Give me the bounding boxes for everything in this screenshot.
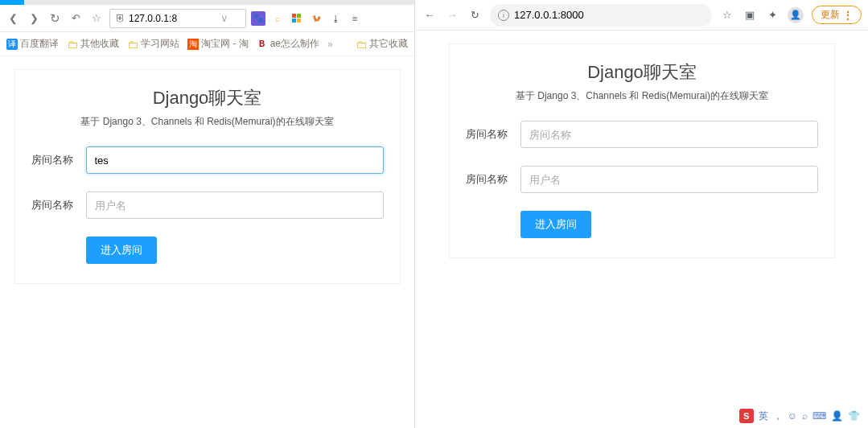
page-subtitle: 基于 Django 3、Channels 和 Redis(Memurai)的在线… <box>466 89 818 103</box>
more-icon: ⋮ <box>843 10 853 21</box>
room-name-input[interactable] <box>520 121 818 148</box>
star-button[interactable]: ☆ <box>88 12 105 24</box>
ime-bar: S 英 ， ☺ ⌕ ⌨ 👤 👕 <box>739 409 860 423</box>
bookmark-taobao[interactable]: 淘淘宝网 - 淘 <box>187 37 249 51</box>
page-viewport: Django聊天室 基于 Django 3、Channels 和 Redis(M… <box>416 31 868 428</box>
url-input[interactable] <box>514 9 704 21</box>
menu-icon[interactable]: ≡ <box>348 11 362 26</box>
enter-room-button[interactable]: 进入房间 <box>520 211 591 238</box>
browser-window-right: ← → ↻ i ☆ ▣ ✦ 👤 更新⋮ Django聊天室 基于 Django … <box>416 0 868 428</box>
paw-icon[interactable]: 🐾 <box>251 11 265 26</box>
forward-button[interactable]: ❯ <box>26 12 42 24</box>
toolbar: ← → ↻ i ☆ ▣ ✦ 👤 更新⋮ <box>416 0 868 31</box>
sogou-logo-icon[interactable]: S <box>739 409 754 423</box>
star-icon[interactable]: ☆ <box>720 9 734 21</box>
ime-comma-icon[interactable]: ， <box>773 409 783 423</box>
page-subtitle: 基于 Django 3、Channels 和 Redis(Memurai)的在线… <box>31 115 384 129</box>
extensions-icon[interactable]: ✦ <box>765 9 780 21</box>
address-bar[interactable]: ⛨ ∨ <box>109 9 246 28</box>
chat-card: Django聊天室 基于 Django 3、Channels 和 Redis(M… <box>449 43 835 258</box>
forward-button[interactable]: → <box>445 9 459 21</box>
bookmark-baidu-translate[interactable]: 译百度翻译 <box>6 37 59 51</box>
download-icon[interactable]: ⭳ <box>328 11 343 26</box>
back-button[interactable]: ← <box>422 9 437 21</box>
room-label: 房间名称 <box>31 153 86 167</box>
username-input[interactable] <box>86 191 384 219</box>
ime-emoji-icon[interactable]: ☺ <box>788 410 797 422</box>
toolbar-actions: ☆ ▣ ✦ 👤 更新⋮ <box>720 6 862 24</box>
squirrel-icon[interactable]: 🐿 <box>309 11 323 26</box>
toolbar: ❮ ❯ ↻ ↶ ☆ ⛨ ∨ 🐾 ⌕ 🐿 ⭳ ≡ <box>0 5 414 32</box>
ime-skin-icon[interactable]: 👤 <box>831 410 843 422</box>
profile-avatar[interactable]: 👤 <box>788 7 804 23</box>
bookmark-ae[interactable]: Bae怎么制作 <box>257 37 319 51</box>
undo-button[interactable]: ↶ <box>68 12 84 24</box>
user-row: 房间名称 <box>31 191 384 219</box>
url-input[interactable] <box>129 13 217 24</box>
reload-button[interactable]: ↻ <box>47 11 63 26</box>
page-title: Django聊天室 <box>466 60 818 84</box>
update-button[interactable]: 更新⋮ <box>812 6 862 24</box>
browser-window-left: ❮ ❯ ↻ ↶ ☆ ⛨ ∨ 🐾 ⌕ 🐿 ⭳ ≡ 译百度翻译 🗀其他收藏 🗀学习网… <box>0 0 415 428</box>
shield-icon: ⛨ <box>115 12 125 24</box>
room-label: 房间名称 <box>466 127 520 142</box>
user-label: 房间名称 <box>466 172 520 187</box>
ime-shirt-icon[interactable]: 👕 <box>848 410 860 422</box>
bookmark-other-favs[interactable]: 🗀其他收藏 <box>67 37 119 51</box>
ime-keyboard-icon[interactable]: ⌨ <box>812 410 826 422</box>
room-row: 房间名称 <box>466 121 818 148</box>
dropdown-icon[interactable]: ∨ <box>220 12 228 24</box>
ime-language[interactable]: 英 <box>759 409 768 423</box>
room-name-input[interactable] <box>86 146 384 174</box>
bookmarks-bar: 译百度翻译 🗀其他收藏 🗀学习网站 淘淘宝网 - 淘 Bae怎么制作 » 🗀其它… <box>0 32 414 56</box>
back-button[interactable]: ❮ <box>5 12 21 24</box>
chat-card: Django聊天室 基于 Django 3、Channels 和 Redis(M… <box>14 69 401 284</box>
bookmark-other-collection[interactable]: 🗀其它收藏 <box>356 37 408 51</box>
address-bar[interactable]: i <box>490 4 712 27</box>
search-icon[interactable]: ⌕ <box>270 11 285 26</box>
reload-button[interactable]: ↻ <box>467 9 482 21</box>
enter-room-button[interactable]: 进入房间 <box>86 237 157 264</box>
user-label: 房间名称 <box>31 198 86 212</box>
page-viewport: Django聊天室 基于 Django 3、Channels 和 Redis(M… <box>0 56 414 428</box>
username-input[interactable] <box>520 166 818 193</box>
ime-mic-icon[interactable]: ⌕ <box>802 410 808 422</box>
bookmark-more[interactable]: » <box>327 39 333 50</box>
user-row: 房间名称 <box>466 166 818 193</box>
bookmark-study[interactable]: 🗀学习网站 <box>127 37 179 51</box>
microsoft-icon[interactable] <box>290 11 304 26</box>
room-row: 房间名称 <box>31 146 384 174</box>
info-icon[interactable]: i <box>498 10 509 21</box>
page-title: Django聊天室 <box>31 86 384 110</box>
reader-icon[interactable]: ▣ <box>743 9 757 21</box>
